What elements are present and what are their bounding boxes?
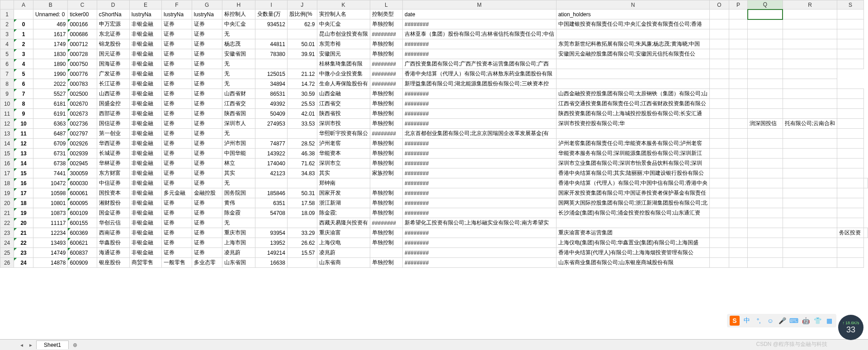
cell[interactable]: 山西证券: [97, 89, 129, 99]
cell[interactable]: [729, 99, 748, 109]
cell[interactable]: 22: [14, 238, 33, 248]
cell[interactable]: [255, 129, 288, 139]
cell[interactable]: 证券: [192, 89, 222, 99]
cell[interactable]: 非银金融: [129, 139, 161, 149]
cell[interactable]: [710, 149, 729, 159]
cell[interactable]: 无: [222, 178, 255, 188]
cell[interactable]: 单独控制: [370, 258, 402, 268]
cell[interactable]: [710, 59, 729, 69]
cell[interactable]: [783, 19, 837, 29]
cell[interactable]: 5527: [33, 89, 67, 99]
cell[interactable]: 深圳市立: [317, 159, 370, 168]
cell[interactable]: [729, 258, 748, 268]
cell[interactable]: 凌兆蔚: [317, 248, 370, 258]
cell[interactable]: [370, 248, 402, 258]
cell[interactable]: [837, 159, 864, 168]
cell[interactable]: 11: [14, 129, 33, 139]
cell[interactable]: 重庆渝富资本运营集团: [556, 228, 710, 238]
cell[interactable]: 28.52: [287, 139, 317, 149]
cell[interactable]: 600109: [68, 208, 97, 218]
cell[interactable]: 证券: [162, 39, 192, 49]
cell[interactable]: 证券: [162, 198, 192, 208]
cell[interactable]: [710, 139, 729, 149]
cell[interactable]: 93954: [255, 228, 288, 238]
cell[interactable]: 上海仪电: [317, 238, 370, 248]
cell[interactable]: 东莞市新世纪科教拓展有限公司;朱凤廉;杨志茂;黄海晓;中国: [556, 39, 710, 49]
row-header-12[interactable]: 12: [0, 119, 14, 129]
cell[interactable]: [837, 168, 864, 178]
cell[interactable]: 21.12: [287, 69, 317, 79]
cell[interactable]: [837, 188, 864, 198]
cell[interactable]: [287, 59, 317, 69]
cell[interactable]: 1830: [33, 49, 67, 59]
cell[interactable]: 33.53: [287, 119, 317, 129]
cell[interactable]: [710, 99, 729, 109]
cell[interactable]: 10598: [33, 188, 67, 198]
cell[interactable]: 西部证券: [97, 109, 129, 119]
cell[interactable]: 证券: [192, 218, 222, 228]
cell[interactable]: [729, 159, 748, 168]
cell[interactable]: [783, 49, 837, 59]
cell[interactable]: 证券: [162, 208, 192, 218]
cell[interactable]: 16: [14, 178, 33, 188]
cell[interactable]: 非银金融: [129, 198, 161, 208]
cell[interactable]: [710, 79, 729, 89]
cell[interactable]: 无: [222, 218, 255, 228]
row-header-21[interactable]: 21: [0, 208, 14, 218]
cell[interactable]: [370, 178, 402, 188]
cell[interactable]: 600909: [68, 258, 97, 268]
skin-icon[interactable]: 👕: [813, 316, 822, 325]
cell[interactable]: 国家开发投资集团有限公司;中国证券投资者保护基金有限责任: [556, 188, 710, 198]
cell[interactable]: ########: [403, 228, 557, 238]
cell[interactable]: [748, 248, 783, 258]
row-header-10[interactable]: 10: [0, 99, 14, 109]
field-header-cell[interactable]: lustryNa: [129, 9, 161, 19]
row-header-26[interactable]: 26: [0, 258, 14, 268]
cell[interactable]: ########: [403, 168, 557, 178]
cell[interactable]: [837, 29, 864, 39]
row-header-9[interactable]: 9: [0, 89, 14, 99]
cell[interactable]: [710, 168, 729, 178]
row-header-18[interactable]: 18: [0, 178, 14, 188]
cell[interactable]: [748, 238, 783, 248]
cell[interactable]: 非银金融: [129, 218, 161, 228]
row-header-14[interactable]: 14: [0, 139, 14, 149]
cell[interactable]: 50.31: [287, 188, 317, 198]
field-header-cell[interactable]: [748, 9, 783, 19]
cell[interactable]: [748, 129, 783, 139]
cell[interactable]: 长沙涌金(集团)有限公司;涌金投资控股有限公司;山东通汇资: [556, 208, 710, 218]
cell[interactable]: [729, 248, 748, 258]
cell[interactable]: 600095: [68, 198, 97, 208]
sogou-logo-icon[interactable]: S: [730, 316, 740, 326]
cell[interactable]: ########: [403, 109, 557, 119]
cell[interactable]: 125015: [255, 69, 288, 79]
cell[interactable]: 23: [14, 248, 33, 258]
cell[interactable]: 42123: [255, 168, 288, 178]
cell[interactable]: 无: [222, 129, 255, 139]
cell[interactable]: 香港中央结算(代理人)有限公司;上海海烟投资管理有限公: [556, 248, 710, 258]
cell[interactable]: [729, 198, 748, 208]
cell[interactable]: 非银金融: [129, 29, 161, 39]
cell[interactable]: [748, 99, 783, 109]
cell[interactable]: [729, 59, 748, 69]
cell[interactable]: 华鑫股份: [97, 238, 129, 248]
cell[interactable]: 杨志茂: [222, 39, 255, 49]
cell[interactable]: [783, 258, 837, 268]
cell[interactable]: [287, 178, 317, 188]
cell[interactable]: [837, 129, 864, 139]
column-header-i[interactable]: I: [255, 0, 288, 9]
cell[interactable]: 吉林亚泰（集团）股份有限公司;吉林省信托有限责任公司;中信: [403, 29, 557, 39]
cell[interactable]: 西藏天易隆兴投资有: [317, 218, 370, 228]
cn-input-icon[interactable]: 中: [742, 316, 751, 325]
cell[interactable]: [837, 258, 864, 268]
cell[interactable]: [748, 39, 783, 49]
cell[interactable]: 银座股份: [97, 258, 129, 268]
cell[interactable]: 3: [14, 49, 33, 59]
cell[interactable]: 14: [14, 159, 33, 168]
cell[interactable]: 新理益集团有限公司;湖北能源集团股份有限公司;三峡资本控: [403, 79, 557, 89]
add-sheet-button[interactable]: ⊕: [71, 341, 80, 350]
cell[interactable]: 多元金融: [162, 188, 192, 198]
cell[interactable]: 上海仪电(集团)有限公司;华鑫置业(集团)有限公司;上海国盛: [556, 238, 710, 248]
cell[interactable]: 证券: [192, 59, 222, 69]
cell[interactable]: 无: [222, 29, 255, 39]
